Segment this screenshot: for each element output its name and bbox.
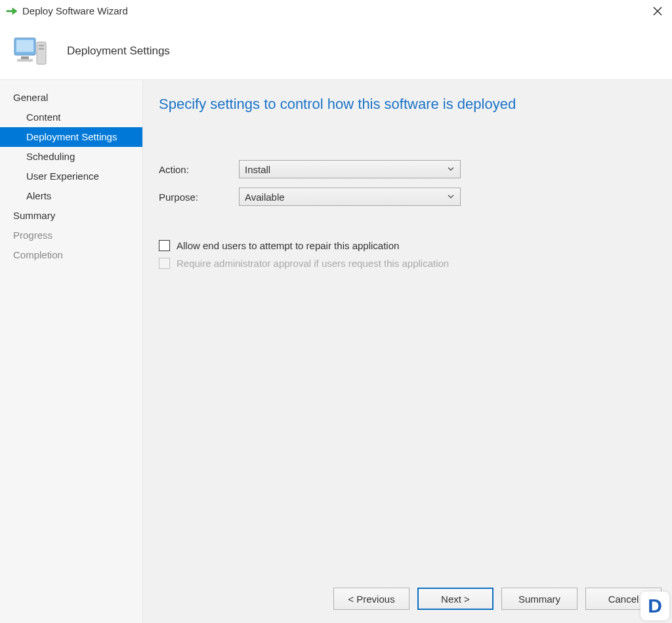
svg-rect-2 [21,56,29,59]
sidebar-item-deployment-settings[interactable]: Deployment Settings [0,127,142,147]
admin-approval-checkbox-label: Require administrator approval if users … [177,258,449,269]
sidebar-item-general[interactable]: General [0,88,142,108]
svg-rect-6 [39,48,44,50]
wizard-button-bar: < Previous Next > Summary Cancel [333,588,662,610]
next-button[interactable]: Next > [417,588,494,610]
chevron-down-icon [447,164,455,175]
checkbox-icon [159,240,170,251]
repair-checkbox-label: Allow end users to attempt to repair thi… [177,240,399,251]
content-heading: Specify settings to control how this sof… [159,96,656,113]
sidebar-item-summary[interactable]: Summary [0,206,142,226]
purpose-value: Available [245,191,285,203]
watermark-logo: D [640,592,669,620]
purpose-dropdown[interactable]: Available [239,188,461,206]
sidebar-item-user-experience[interactable]: User Experience [0,167,142,186]
window-title: Deploy Software Wizard [22,5,128,16]
page-title: Deployment Settings [67,45,170,58]
admin-approval-checkbox-row: Require administrator approval if users … [159,258,656,269]
repair-checkbox-row[interactable]: Allow end users to attempt to repair thi… [159,240,656,251]
sidebar-item-scheduling[interactable]: Scheduling [0,147,142,167]
sidebar-item-completion: Completion [0,245,142,265]
checkbox-icon [159,258,170,269]
wizard-header: Deployment Settings [0,22,672,80]
wizard-content: Specify settings to control how this sof… [143,80,672,623]
summary-button[interactable]: Summary [501,588,578,610]
svg-rect-3 [17,59,33,62]
arrow-right-icon [5,5,18,18]
sidebar-item-alerts[interactable]: Alerts [0,186,142,206]
wizard-sidebar: GeneralContentDeployment SettingsSchedul… [0,80,143,623]
previous-button[interactable]: < Previous [333,588,410,610]
action-dropdown[interactable]: Install [239,160,461,178]
action-value: Install [245,164,270,175]
svg-rect-5 [39,45,44,47]
close-button[interactable] [648,2,667,20]
purpose-label: Purpose: [159,191,239,203]
computer-icon [12,33,49,70]
chevron-down-icon [447,191,455,203]
sidebar-item-content[interactable]: Content [0,108,142,127]
sidebar-item-progress: Progress [0,226,142,245]
action-label: Action: [159,164,239,175]
title-bar: Deploy Software Wizard [0,0,672,22]
svg-rect-1 [16,40,33,52]
